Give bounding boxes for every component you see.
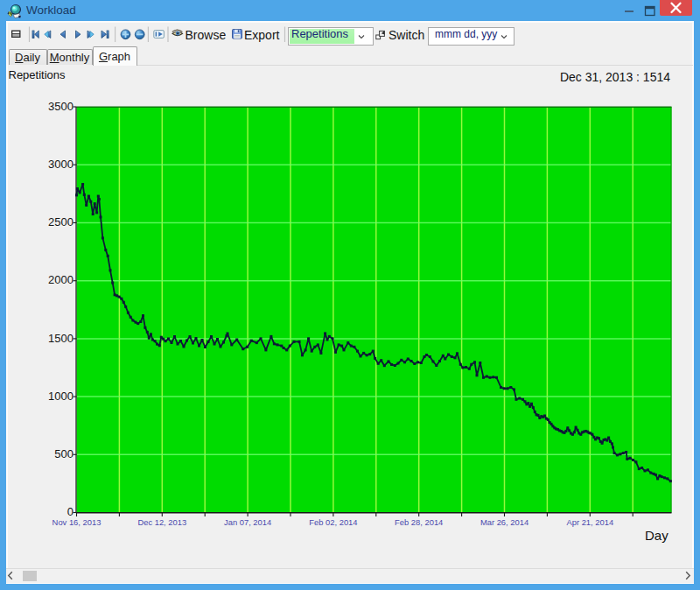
svg-text:1500: 1500 [48, 332, 74, 345]
svg-text:Repetitions: Repetitions [9, 68, 66, 81]
svg-text:Jan 07, 2014: Jan 07, 2014 [224, 517, 271, 527]
svg-text:1000: 1000 [48, 390, 74, 403]
svg-text:2000: 2000 [48, 273, 74, 286]
svg-text:Mar 26, 2014: Mar 26, 2014 [480, 517, 528, 527]
svg-text:2500: 2500 [48, 215, 74, 228]
svg-text:Feb 02, 2014: Feb 02, 2014 [309, 517, 357, 527]
svg-text:500: 500 [54, 447, 74, 460]
svg-text:Feb 28, 2014: Feb 28, 2014 [395, 517, 443, 527]
svg-text:Dec 31, 2013 : 1514: Dec 31, 2013 : 1514 [560, 70, 670, 84]
svg-text:Dec 12, 2013: Dec 12, 2013 [137, 517, 186, 527]
svg-text:Day: Day [645, 528, 668, 543]
svg-text:3500: 3500 [48, 100, 74, 113]
svg-text:3000: 3000 [48, 158, 74, 171]
svg-text:0: 0 [67, 505, 74, 518]
svg-text:Apr 21, 2014: Apr 21, 2014 [566, 517, 613, 527]
svg-text:Nov 16, 2013: Nov 16, 2013 [52, 517, 102, 527]
